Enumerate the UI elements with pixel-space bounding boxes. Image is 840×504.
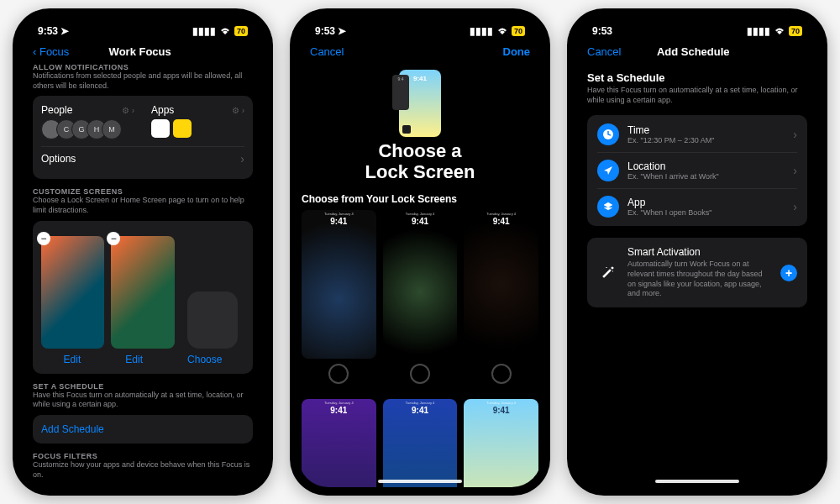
location-icon [597,160,619,181]
lock-screen-thumb[interactable]: − [41,236,104,349]
home-indicator[interactable] [378,480,462,483]
set-schedule-sub: Have this Focus turn on automatically at… [33,391,253,410]
radio-select[interactable] [491,364,512,384]
remove-badge-icon[interactable]: − [107,232,120,245]
signal-icon: ▮▮▮▮ [470,25,493,37]
battery-icon: 70 [789,26,802,36]
app-icon [173,119,192,138]
lock-screen-option[interactable]: Tuesday, January 49:41 [464,210,538,359]
people-avatars: C G H M [41,119,134,139]
choose-watch-button[interactable]: Choose [187,354,222,365]
location-arrow-icon: ➤ [60,25,69,37]
notch [655,8,739,29]
focus-badge-icon [402,125,411,134]
clock-icon [597,123,619,145]
lock-screen-option[interactable]: Tuesday, January 49:41 [383,399,458,487]
edit-home-screen-button[interactable]: Edit [125,354,143,365]
wifi-icon [774,25,785,37]
options-row[interactable]: Options › [41,146,244,171]
add-schedule-button[interactable]: Add Schedule [41,423,104,435]
lock-screen-option[interactable]: Tuesday, January 49:41 [383,210,458,359]
wifi-icon [496,25,508,37]
lock-screen-option[interactable]: Tuesday, January 49:41 [302,210,376,359]
gear-icon: ⚙︎ › [232,106,244,115]
home-indicator[interactable] [655,480,739,483]
schedule-time-row[interactable]: Time Ex. "12:30 PM – 2:30 AM" › [597,117,797,152]
smart-activation-row[interactable]: Smart Activation Automatically turn Work… [597,246,797,299]
chevron-right-icon: › [793,164,797,177]
calendar-app-icon [151,119,170,138]
home-screen-thumb[interactable]: − [111,236,174,349]
phone-add-schedule: 9:53 ▮▮▮▮ 70 Cancel Add Schedule Set a S… [567,8,827,496]
done-button[interactable]: Done [503,45,531,58]
allow-notifications-sub: Notifications from selected people and a… [33,71,253,91]
allow-notifications-header: ALLOW NOTIFICATIONS [33,63,253,71]
set-schedule-header: SET A SCHEDULE [33,382,253,391]
radio-select[interactable] [410,364,430,384]
magic-wand-icon [597,262,619,284]
phone-work-focus: 9:53 ➤ ▮▮▮▮ 70 ‹ Focus Work Focus ALLOW … [13,8,273,496]
signal-icon: ▮▮▮▮ [747,25,770,37]
nav-title: Add Schedule [657,45,730,58]
back-button[interactable]: ‹ Focus [33,45,69,58]
lock-screen-option[interactable]: Tuesday, January 49:41 [302,399,376,487]
apps-cell[interactable]: Apps ⚙︎ › [151,104,244,139]
customize-screens-header: CUSTOMIZE SCREENS [33,187,253,196]
lock-screen-option[interactable]: Tuesday, January 49:41 [464,399,538,487]
focus-filters-header: FOCUS FILTERS [33,452,253,460]
app-stack-icon [597,196,619,218]
customize-screens-sub: Choose a Lock Screen or Home Screen page… [33,196,253,215]
signal-icon: ▮▮▮▮ [192,25,216,37]
chevron-right-icon: › [793,128,797,141]
set-schedule-title: Set a Schedule [587,71,807,84]
wifi-icon [219,25,231,37]
remove-badge-icon[interactable]: − [37,232,50,245]
nav-title: Work Focus [109,45,171,58]
gear-icon: ⚙︎ › [122,106,134,115]
hero-lock-screen-preview: 9:4 9:41 [399,70,441,137]
battery-icon: 70 [512,26,525,36]
people-cell[interactable]: People ⚙︎ › C G H M [41,104,134,139]
battery-icon: 70 [234,26,248,36]
chevron-right-icon: › [240,152,244,165]
schedule-location-row[interactable]: Location Ex. "When I arrive at Work" › [597,152,797,188]
watch-face-thumb[interactable] [187,291,238,349]
add-button[interactable]: + [780,265,797,281]
cancel-button[interactable]: Cancel [587,45,621,58]
location-arrow-icon: ➤ [338,25,346,37]
schedule-app-row[interactable]: App Ex. "When I open Books" › [597,188,797,224]
page-title: Choose aLock Screen [298,140,542,183]
focus-filters-sub: Customize how your apps and device behav… [33,460,253,480]
edit-lock-screen-button[interactable]: Edit [64,354,81,365]
notch [101,8,185,29]
section-sub-title: Choose from Your Lock Screens [302,193,542,205]
phone-choose-lock-screen: 9:53 ➤ ▮▮▮▮ 70 Cancel Done 9:4 9:41 Choo… [290,8,550,496]
radio-select[interactable] [328,364,349,384]
set-schedule-sub: Have this Focus turn on automatically at… [587,86,807,105]
cancel-button[interactable]: Cancel [310,45,344,58]
chevron-right-icon: › [793,200,797,213]
avatar: M [102,119,122,139]
notch [378,8,462,29]
